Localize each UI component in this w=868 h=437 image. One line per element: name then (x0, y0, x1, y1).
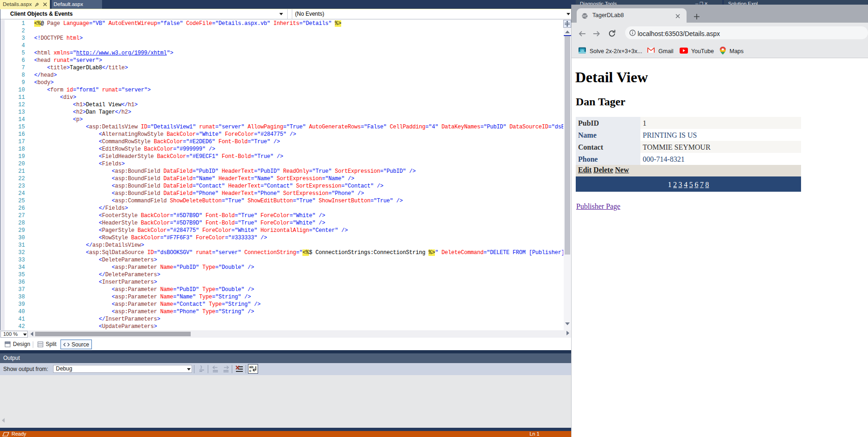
svg-text:√x: √x (580, 49, 584, 52)
svg-text:c: c (249, 369, 251, 372)
